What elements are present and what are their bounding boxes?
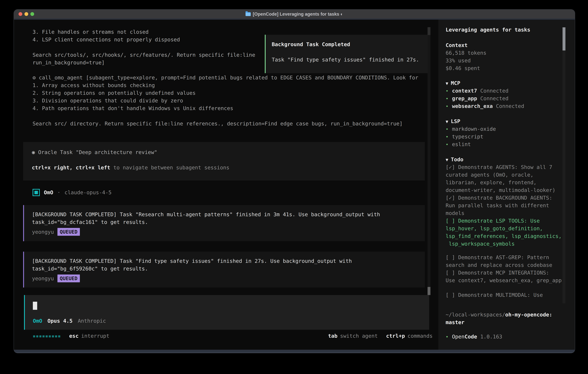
status-badge: QUEUED bbox=[57, 274, 80, 282]
lsp-section-header[interactable]: ▼ LSP bbox=[446, 117, 460, 125]
mcp-item-websearch-exa: • websearch_exa Connected bbox=[446, 102, 524, 110]
todo-section-header[interactable]: ▼ Todo bbox=[446, 156, 463, 163]
status-dot-icon: • bbox=[446, 133, 452, 141]
text-cursor bbox=[33, 302, 37, 310]
desktop: [OpenCode] Leveraging agents for tasks ◐… bbox=[0, 0, 588, 374]
chevron-down-icon[interactable]: ▼ bbox=[446, 80, 448, 87]
ctrlp-key-action: commands bbox=[408, 332, 433, 340]
scrollback-message-1: 3. File handles or streams not closed 4.… bbox=[32, 28, 255, 66]
window-title: [OpenCode] Leveraging agents for tasks ◐ bbox=[253, 10, 343, 18]
status-bar: ▪▪▪▪▪▪▪▪▪ esc interrupt tab switch agent… bbox=[32, 332, 433, 340]
session-sidebar: Leveraging agents for tasks Context 66,5… bbox=[438, 20, 575, 350]
title-bar[interactable]: [OpenCode] Leveraging agents for tasks ◐ bbox=[14, 10, 575, 20]
separator-dot: · bbox=[57, 189, 61, 196]
agent-model: claude-opus-4-5 bbox=[64, 189, 112, 196]
sidebar-scrollbar-thumb[interactable] bbox=[563, 27, 566, 51]
input-model-label[interactable]: Opus 4.5 bbox=[47, 317, 73, 325]
main-scrollbar-thumb[interactable] bbox=[428, 287, 430, 295]
task-message: [BACKGROUND TASK COMPLETED] Task "Resear… bbox=[32, 211, 425, 226]
context-stats: 66,518 tokens 33% used $0.46 spent bbox=[446, 49, 486, 72]
context-header: Context bbox=[446, 41, 468, 49]
task-user: yeongyu bbox=[32, 228, 54, 236]
main-scrollbar-thumb-top[interactable] bbox=[428, 27, 430, 35]
status-dot-icon: • bbox=[446, 87, 452, 95]
todo-item-done-agents: [✓] Demonstrate AGENTS: Show all 7 curat… bbox=[446, 163, 556, 194]
opencode-window: [OpenCode] Leveraging agents for tasks ◐… bbox=[14, 10, 575, 353]
mcp-section-header[interactable]: ▼ MCP bbox=[446, 79, 460, 87]
status-dot-icon: • bbox=[446, 125, 452, 133]
toast-title: Background Task Completed bbox=[272, 41, 428, 48]
status-dot-icon: • bbox=[446, 95, 452, 103]
background-task-card-1[interactable]: [BACKGROUND TASK COMPLETED] Task "Resear… bbox=[23, 205, 425, 241]
status-badge: QUEUED bbox=[57, 228, 80, 236]
input-provider-label: Anthropic bbox=[78, 317, 106, 325]
input-meta-row: OmO Opus 4.5 Anthropic bbox=[33, 317, 106, 325]
omo-agent-icon bbox=[32, 189, 40, 196]
workspace-path: ~/local-workspaces/oh-my-opencode: bbox=[446, 311, 552, 319]
tab-key-hint[interactable]: tab bbox=[328, 332, 337, 340]
sidebar-scrollbar[interactable] bbox=[563, 27, 566, 303]
oracle-task-card[interactable]: ◉ Oracle Task "Deep architecture review"… bbox=[23, 142, 425, 180]
status-dot-icon: • bbox=[446, 141, 452, 148]
oracle-hint-keys: ctrl+x right, ctrl+x left bbox=[32, 165, 110, 170]
window-bottom-edge bbox=[14, 350, 575, 353]
session-pane: 3. File handles or streams not closed 4.… bbox=[14, 20, 438, 350]
input-agent-label[interactable]: OmO bbox=[33, 317, 42, 325]
ctrlp-key-hint[interactable]: ctrl+p bbox=[386, 332, 405, 340]
oracle-hint-text: to navigate between subagent sessions bbox=[110, 165, 230, 170]
tab-key-action: switch agent bbox=[340, 332, 378, 340]
oracle-task-title: Oracle Task "Deep architecture review" bbox=[38, 149, 157, 155]
prompt-input[interactable]: OmO Opus 4.5 Anthropic bbox=[24, 295, 429, 330]
background-task-toast: Background Task Completed Task "Find typ… bbox=[265, 35, 429, 73]
mcp-item-grep-app: • grep_app Connected bbox=[446, 94, 508, 102]
folder-icon bbox=[246, 12, 251, 16]
tool-call-message: ⚙ call_omo_agent [subagent_type=explore,… bbox=[32, 74, 418, 127]
chevron-down-icon[interactable]: ▼ bbox=[446, 156, 448, 164]
chevron-down-icon[interactable]: ▼ bbox=[446, 118, 448, 125]
task-user: yeongyu bbox=[32, 275, 54, 282]
todo-item-done-background-agents: [✓] Demonstrate BACKGROUND AGENTS: Run p… bbox=[446, 194, 552, 217]
status-dot-icon: • bbox=[446, 333, 452, 341]
task-message: [BACKGROUND TASK COMPLETED] Task "Find t… bbox=[32, 257, 425, 272]
toast-body: Task "Find type safety issues" finished … bbox=[272, 56, 428, 63]
opencode-version-row: • OpenCode 1.0.163 bbox=[446, 333, 502, 341]
record-icon: ◉ bbox=[32, 149, 35, 155]
workspace-branch: master bbox=[446, 319, 464, 326]
todo-item-current-lsp-tools: [ ] Demonstrate LSP TOOLS: Use lsp_hover… bbox=[446, 217, 562, 248]
esc-key-action: interrupt bbox=[81, 332, 109, 340]
status-dot-icon: • bbox=[446, 103, 452, 110]
main-scrollbar[interactable] bbox=[428, 27, 430, 295]
mcp-item-context7: • context7 Connected bbox=[446, 87, 508, 94]
agent-name: OmO bbox=[44, 189, 53, 196]
session-title: Leveraging agents for tasks bbox=[446, 26, 530, 33]
lsp-item-markdown-oxide: • markdown-oxide bbox=[446, 125, 496, 133]
window-title-group: [OpenCode] Leveraging agents for tasks ◐ bbox=[14, 10, 575, 18]
lsp-item-eslint: • eslint bbox=[446, 140, 471, 148]
todo-item-pending-multimodal: [ ] Demonstrate MULTIMODAL: Use bbox=[446, 291, 543, 299]
esc-key-hint[interactable]: esc bbox=[69, 332, 79, 340]
activity-dots-icon: ▪▪▪▪▪▪▪▪▪ bbox=[32, 332, 61, 340]
background-task-card-2[interactable]: [BACKGROUND TASK COMPLETED] Task "Find t… bbox=[23, 252, 425, 288]
lsp-item-typescript: • typescript bbox=[446, 133, 483, 140]
todo-item-pending-astgrep-mcp: [ ] Demonstrate AST-GREP: Pattern search… bbox=[446, 254, 562, 284]
agent-header-row: OmO · claude-opus-4-5 bbox=[32, 189, 112, 196]
